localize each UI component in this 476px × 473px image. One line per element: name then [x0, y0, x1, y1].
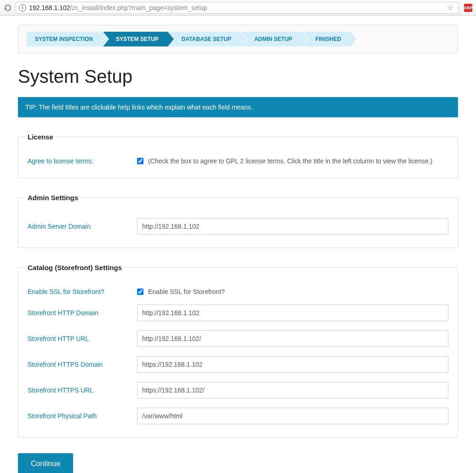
storefront-physical-path-label[interactable]: Storefront Physical Path	[28, 412, 137, 420]
step-admin-setup[interactable]: ADMIN SETUP	[241, 32, 302, 46]
storefront-https-url-label[interactable]: Storefront HTTPS URL	[28, 386, 137, 394]
url-host: 192.168.1.102	[29, 4, 70, 12]
url-path: /zc_install/index.php?main_page=system_s…	[70, 4, 207, 12]
admin-server-domain-input[interactable]	[137, 218, 448, 235]
storefront-https-domain-input[interactable]	[137, 356, 448, 373]
bookmark-star-icon[interactable]: ☆	[445, 3, 455, 12]
enable-ssl-checkbox[interactable]	[137, 288, 143, 295]
agree-license-text: (Check the box to agree to GPL 2 license…	[148, 157, 432, 165]
progress-steps: SYSTEM INSPECTION SYSTEM SETUP DATABASE …	[27, 32, 449, 46]
storefront-physical-path-input[interactable]	[137, 408, 448, 424]
storefront-https-domain-label[interactable]: Storefront HTTPS Domain	[28, 361, 137, 368]
site-info-icon[interactable]: i	[19, 4, 26, 12]
continue-button[interactable]: Continue	[18, 453, 73, 473]
reload-icon[interactable]	[4, 4, 12, 12]
progress-steps-container: SYSTEM INSPECTION SYSTEM SETUP DATABASE …	[18, 25, 458, 53]
agree-license-label[interactable]: Agree to license terms:	[28, 157, 137, 165]
catalog-settings-legend: Catalog (Storefront) Settings	[26, 264, 124, 271]
admin-settings-legend: Admin Settings	[26, 194, 80, 202]
agree-license-checkbox[interactable]	[137, 158, 143, 164]
license-fieldset: License Agree to license terms: (Check t…	[18, 133, 458, 178]
license-legend: License	[26, 133, 55, 141]
catalog-settings-fieldset: Catalog (Storefront) Settings Enable SSL…	[18, 264, 458, 438]
page-title: System Setup	[18, 66, 458, 87]
enable-ssl-text: Enable SSL for Storefront?	[148, 288, 225, 295]
admin-settings-fieldset: Admin Settings Admin Server Domain	[18, 194, 458, 248]
step-system-inspection[interactable]: SYSTEM INSPECTION	[27, 32, 102, 46]
storefront-http-url-input[interactable]	[137, 330, 448, 347]
enable-ssl-label[interactable]: Enable SSL for Storefront?	[28, 288, 137, 295]
address-bar[interactable]: i 192.168.1.102/zc_install/index.php?mai…	[16, 2, 459, 14]
storefront-http-domain-label[interactable]: Storefront HTTP Domain	[28, 309, 137, 317]
tip-banner: TIP: The field titles are clickable help…	[18, 97, 458, 117]
admin-server-domain-label[interactable]: Admin Server Domain	[28, 223, 137, 230]
abp-extension-icon[interactable]: ABP	[464, 4, 472, 12]
storefront-https-url-input[interactable]	[137, 382, 448, 398]
step-database-setup[interactable]: DATABASE SETUP	[169, 32, 241, 46]
browser-toolbar: i 192.168.1.102/zc_install/index.php?mai…	[0, 0, 476, 16]
step-finished[interactable]: FINISHED	[303, 32, 350, 46]
storefront-http-domain-input[interactable]	[137, 305, 448, 321]
step-system-setup[interactable]: SYSTEM SETUP	[103, 32, 168, 46]
storefront-http-url-label[interactable]: Storefront HTTP URL	[28, 335, 137, 342]
page-content: SYSTEM INSPECTION SYSTEM SETUP DATABASE …	[11, 16, 465, 473]
